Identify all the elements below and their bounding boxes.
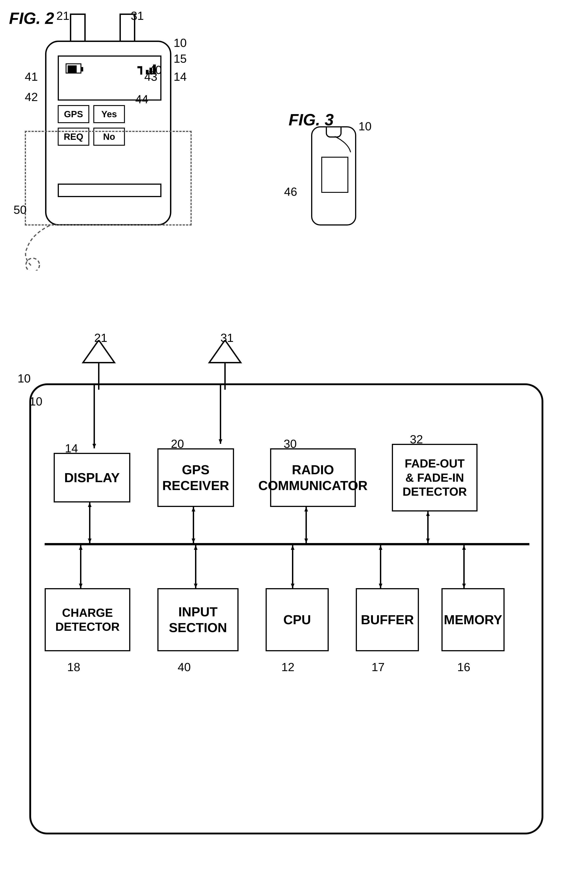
block-charge-label: CHARGE DETECTOR <box>55 606 120 634</box>
svg-marker-24 <box>291 545 294 550</box>
ant-line-left-fig4 <box>92 385 96 453</box>
block-gps-label: GPS RECEIVER <box>162 462 229 493</box>
block-fadeout: FADE-OUT & FADE-IN DETECTOR <box>392 444 477 512</box>
bus-line <box>45 543 530 545</box>
ref-14-fig4: 14 <box>65 441 78 455</box>
ref-40-fig4: 40 <box>178 660 191 674</box>
conn-buffer <box>378 545 383 588</box>
ref-31-fig2: 31 <box>131 9 144 23</box>
device-antenna-left <box>70 14 86 45</box>
ref-50: 50 <box>14 203 27 216</box>
svg-marker-35 <box>219 439 222 444</box>
dashed-box-50 <box>25 131 192 225</box>
ref-46: 46 <box>284 185 297 198</box>
ref-10-fig3: 10 <box>358 120 372 133</box>
block-buffer: BUFFER <box>356 588 419 651</box>
svg-marker-12 <box>304 507 308 512</box>
block-cpu-label: CPU <box>284 612 311 627</box>
ref-40-fig2: 40 <box>149 63 162 77</box>
conn-radio <box>304 507 308 543</box>
ref-20: 20 <box>171 437 184 450</box>
svg-marker-21 <box>194 545 198 550</box>
block-display: DISPLAY <box>54 453 130 503</box>
fig3-device <box>311 126 356 225</box>
svg-marker-19 <box>79 584 82 588</box>
block-input-section: INPUT SECTION <box>158 588 238 651</box>
ref-17: 17 <box>372 660 385 674</box>
conn-input <box>194 545 198 588</box>
block-radio-communicator: RADIO COMMUNICATOR <box>270 448 356 507</box>
svg-marker-16 <box>426 539 430 543</box>
svg-marker-9 <box>192 507 195 512</box>
antenna-left-fig4-svg <box>81 340 117 390</box>
ref-15: 15 <box>174 52 187 65</box>
svg-marker-33 <box>93 444 96 448</box>
gps-button[interactable]: GPS <box>58 105 89 123</box>
conn-gps <box>191 507 196 543</box>
antenna-symbol: ┓ <box>138 60 145 74</box>
ref-18: 18 <box>67 660 80 674</box>
svg-marker-15 <box>426 512 430 516</box>
svg-point-0 <box>26 258 39 271</box>
svg-marker-18 <box>79 545 82 550</box>
fig3-screen <box>321 157 348 193</box>
svg-marker-22 <box>194 584 198 588</box>
svg-marker-25 <box>291 584 294 588</box>
ref-12: 12 <box>281 660 294 674</box>
ref-21-fig4: 21 <box>94 331 107 345</box>
conn-fadeout <box>426 512 430 543</box>
ref-44: 44 <box>135 93 148 106</box>
yes-button[interactable]: Yes <box>93 105 125 123</box>
block-gps-receiver: GPS RECEIVER <box>158 448 234 507</box>
svg-marker-10 <box>192 539 195 543</box>
ant-line-right-fig4 <box>218 385 223 448</box>
block-charge-detector: CHARGE DETECTOR <box>45 588 130 651</box>
antenna-right-fig4-svg <box>207 340 243 390</box>
ref-10-fig4: 10 <box>18 372 31 385</box>
block-radio-label: RADIO COMMUNICATOR <box>258 462 368 493</box>
block-memory-label: MEMORY <box>444 612 502 627</box>
ref-30: 30 <box>284 437 297 450</box>
svg-marker-28 <box>379 584 382 588</box>
svg-marker-30 <box>462 545 466 550</box>
fig3-curve <box>315 134 355 157</box>
ref-32: 32 <box>410 432 423 446</box>
block-display-label: DISPLAY <box>64 470 120 486</box>
ref-16: 16 <box>457 660 470 674</box>
block-buffer-label: BUFFER <box>361 612 414 627</box>
fig2-label: FIG. 2 <box>9 9 54 27</box>
svg-marker-13 <box>304 539 308 543</box>
svg-marker-31 <box>462 584 466 588</box>
block-input-label: INPUT SECTION <box>169 604 227 635</box>
svg-marker-7 <box>88 539 92 543</box>
fig4-container: 10 21 31 DISPLAY 14 GPS RECEIVER 20 RADI… <box>29 383 543 834</box>
ref-14-fig2: 14 <box>174 70 187 83</box>
dashed-tail-svg <box>14 221 63 271</box>
block-memory: MEMORY <box>441 588 505 651</box>
block-fadeout-label: FADE-OUT & FADE-IN DETECTOR <box>402 456 467 498</box>
ref-41: 41 <box>25 70 38 83</box>
svg-marker-27 <box>379 545 382 550</box>
block-cpu: CPU <box>266 588 329 651</box>
ref-10: 10 <box>174 36 187 50</box>
ref-31-fig4: 31 <box>220 331 234 345</box>
conn-charge <box>78 545 83 588</box>
ref-21-fig2: 21 <box>56 9 69 23</box>
conn-memory <box>462 545 466 588</box>
battery-icon <box>66 63 81 74</box>
top-button-row: GPS Yes <box>58 105 125 123</box>
conn-cpu <box>290 545 295 588</box>
page: FIG. 2 21 31 ┓ GPS Yes REQ No <box>0 0 588 875</box>
conn-display <box>87 503 92 543</box>
ref-42: 42 <box>25 90 38 104</box>
svg-marker-6 <box>88 503 92 507</box>
ref-10-fig4-outer: 10 <box>29 395 42 408</box>
